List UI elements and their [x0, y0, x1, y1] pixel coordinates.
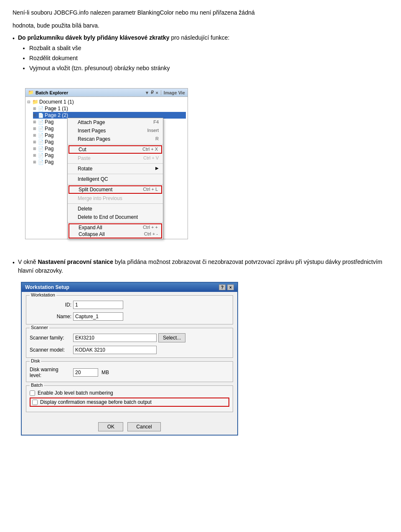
ws-ok-button[interactable]: OK	[98, 422, 123, 431]
bullet-dot-para2: •	[13, 258, 15, 267]
tree-pag5-label: Pag	[45, 132, 53, 138]
cm-intelligent-qc[interactable]: Intelligent QC	[68, 175, 163, 183]
ws-name-input[interactable]	[73, 312, 123, 321]
ws-help-button[interactable]: ?	[219, 284, 226, 290]
cm-cut-shortcut: Ctrl + X	[142, 147, 158, 152]
page-icon: 📄	[38, 153, 44, 158]
expand-icon: ⊞	[33, 160, 37, 164]
cm-expand-all-shortcut: Ctrl + +	[143, 225, 158, 231]
cm-merge-previous[interactable]: Merge into Previous	[68, 194, 163, 203]
ws-checkbox2-row: Display confirmation message before batc…	[30, 398, 229, 407]
page-icon: 📄	[38, 119, 44, 125]
cm-delete-to-end-label: Delete to End of Document	[78, 214, 138, 220]
ws-workstation-group-title: Workstation	[30, 292, 56, 297]
ws-scanner-model-label: Scanner model:	[30, 347, 71, 353]
ws-close-button[interactable]: ×	[227, 284, 234, 290]
tree-pag4-label: Pag	[45, 126, 53, 132]
tree-pag6-label: Pag	[45, 139, 53, 145]
ws-batch-group-title: Batch	[30, 383, 44, 388]
para2-bold: Nastavení pracovní stanice	[38, 258, 113, 265]
list-item: Rozbalit a sbalit vše	[29, 43, 388, 53]
ws-cancel-button[interactable]: Cancel	[127, 422, 160, 431]
ws-select-button[interactable]: Select...	[158, 333, 185, 342]
bullet-dot-main: •	[13, 35, 15, 42]
sub-bullets-list: Rozbalit a sbalit vše Rozdělit dokument …	[13, 43, 388, 73]
cm-expand-all[interactable]: Expand All Ctrl + +	[69, 224, 161, 231]
ws-titlebar: Workstation Setup ? ×	[22, 283, 237, 292]
para2-text: V okně Nastavení pracovní stanice byla p…	[18, 258, 388, 275]
ws-scanner-model-field: Scanner model:	[30, 346, 229, 354]
cm-sep5	[68, 203, 163, 204]
cm-cut[interactable]: Cut Ctrl + X	[69, 146, 161, 153]
cm-sep4	[68, 184, 163, 185]
ws-body: Workstation ID: Name: Scanner Scanner fa…	[22, 292, 237, 419]
cm-rotate-arrow: ▶	[155, 166, 159, 172]
pin-icon[interactable]: ▼	[145, 90, 150, 95]
list-item: Rozdělit dokument	[29, 53, 388, 63]
ws-title: Workstation Setup	[25, 284, 69, 290]
tree-pag3-label: Pag	[45, 119, 53, 125]
cm-paste-label: Paste	[78, 155, 91, 161]
ws-workstation-group: Workstation ID: Name:	[26, 295, 233, 324]
cm-insert-pages[interactable]: Insert Pages Insert	[68, 127, 163, 135]
cm-collapse-all-label: Collapse All	[79, 231, 105, 237]
cm-sep2	[68, 163, 163, 164]
expand-icon: ⊞	[33, 140, 37, 144]
cm-rescan-pages-shortcut: R	[155, 136, 159, 142]
close-icon[interactable]: ×	[155, 90, 158, 95]
para2-start: V okně	[18, 258, 36, 265]
ws-disk-warning-input[interactable]	[73, 368, 98, 377]
cm-delete[interactable]: Delete	[68, 205, 163, 213]
ws-scanner-family-label: Scanner family:	[30, 335, 71, 341]
ws-scanner-model-input[interactable]	[73, 346, 157, 354]
ws-disk-unit-label: MB	[102, 370, 109, 375]
expand-icon: ⊞	[33, 113, 37, 117]
cm-rescan-pages[interactable]: Rescan Pages R	[68, 135, 163, 143]
cm-delete-to-end[interactable]: Delete to End of Document	[68, 213, 163, 221]
ws-disk-group: Disk Disk warning level: MB	[26, 361, 233, 382]
ws-checkbox2[interactable]	[32, 400, 38, 405]
ws-id-input[interactable]	[73, 301, 123, 309]
cm-attach-page[interactable]: Attach Page F4	[68, 118, 163, 127]
cm-split-document[interactable]: Split Document Ctrl + L	[69, 186, 161, 193]
batch-explorer-titlebar: 📁 Batch Explorer ▼ ₽ × Image Vie	[25, 89, 188, 97]
cm-rotate[interactable]: Rotate ▶	[68, 165, 163, 173]
cm-merge-previous-label: Merge into Previous	[78, 195, 122, 201]
cm-split-document-label: Split Document	[79, 187, 112, 193]
intro-paragraph: Není-li souboru JOBCFG.info nalezen para…	[13, 8, 388, 30]
page-icon: 📄	[38, 139, 44, 145]
cm-collapse-all[interactable]: Collapse All Ctrl + -	[69, 231, 161, 238]
ws-checkbox1-row: Enable Job level batch numbering	[30, 390, 229, 396]
para2-section: • V okně Nastavení pracovní stanice byla…	[13, 258, 388, 275]
tree-pag8-label: Pag	[45, 152, 53, 158]
page-icon: 📄	[38, 160, 44, 165]
folder-icon: 📁	[28, 90, 34, 95]
expand-icon: ⊞	[33, 153, 37, 157]
bullets-section: • Do průzkumníku dávek byly přidány kláv…	[13, 34, 388, 73]
titlebar-left: 📁 Batch Explorer	[28, 90, 68, 95]
cm-collapse-all-shortcut: Ctrl + -	[144, 231, 158, 237]
ws-id-label: ID:	[30, 302, 71, 308]
ws-checkbox1[interactable]	[30, 390, 35, 396]
context-menu: Attach Page F4 Insert Pages Insert Resca…	[67, 118, 163, 239]
ws-disk-warning-field: Disk warning level: MB	[30, 367, 229, 378]
batch-explorer-body: ⊟ 📁 Document 1 (1) ⊞ 📄 Page 1 (1) ⊞ 📄 Pa…	[25, 97, 188, 239]
separator-bar	[161, 90, 161, 95]
cm-rotate-label: Rotate	[78, 166, 92, 172]
dock-icon[interactable]: ₽	[151, 90, 154, 95]
cm-paste[interactable]: Paste Ctrl + V	[68, 154, 163, 162]
ws-scanner-family-field: Scanner family: Select...	[30, 333, 229, 342]
intro-line1: Není-li souboru JOBCFG.info nalezen para…	[13, 8, 388, 17]
cm-insert-pages-label: Insert Pages	[78, 128, 106, 134]
ws-disk-warning-label: Disk warning level:	[30, 367, 71, 378]
batch-explorer-panel: 📁 Batch Explorer ▼ ₽ × Image Vie ⊟ 📁 Doc…	[25, 88, 188, 239]
bullet-main-bold: Do průzkumníku dávek byly přidány kláves…	[18, 34, 170, 41]
cm-expand-all-label: Expand All	[79, 225, 102, 231]
tree-root[interactable]: ⊟ 📁 Document 1 (1)	[27, 99, 186, 105]
ws-scanner-family-input[interactable]	[73, 334, 157, 342]
page-icon: 📄	[38, 133, 44, 138]
cm-rescan-pages-label: Rescan Pages	[78, 136, 110, 142]
cm-sep6	[68, 222, 163, 223]
tree-page1[interactable]: ⊞ 📄 Page 1 (1)	[33, 105, 186, 112]
ws-name-field: Name:	[30, 312, 229, 321]
